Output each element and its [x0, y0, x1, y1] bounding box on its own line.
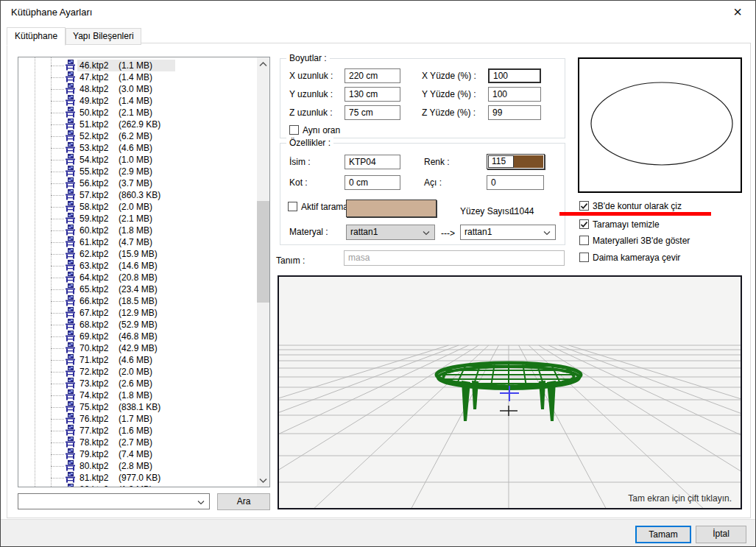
chair-icon	[65, 177, 76, 188]
tanim-label: Tanım :	[276, 255, 305, 266]
library-item[interactable]: 66.ktp2(18.5 MB)	[18, 295, 258, 307]
chair-icon	[65, 448, 76, 459]
library-item[interactable]: 82.ktp2(1.3 MB)	[18, 484, 258, 487]
scroll-down-icon[interactable]	[257, 474, 269, 487]
library-item[interactable]: 71.ktp2(4.6 MB)	[18, 354, 258, 366]
file-name: 60.ktp2	[80, 225, 108, 236]
kot-field[interactable]: 0 cm	[345, 175, 400, 190]
scrollbar[interactable]	[257, 57, 269, 487]
z-percent-field[interactable]: 99	[488, 105, 541, 120]
tree-connector	[51, 348, 64, 349]
renk-control[interactable]: 115	[487, 154, 545, 169]
library-item[interactable]: 61.ktp2(4.7 MB)	[18, 236, 258, 248]
library-item[interactable]: 79.ktp2(7.4 MB)	[18, 448, 258, 460]
library-item[interactable]: 74.ktp2(1.8 MB)	[18, 389, 258, 401]
chair-icon	[65, 413, 76, 424]
tab-kutuphane[interactable]: Kütüphane	[7, 27, 66, 46]
materyal-target-combobox[interactable]: rattan1	[460, 225, 556, 240]
option-checkbox[interactable]	[579, 201, 589, 211]
scrollbar-thumb[interactable]	[257, 201, 269, 303]
library-item[interactable]: 47.ktp2(1.4 MB)	[18, 71, 258, 83]
tarama-color-swatch[interactable]	[346, 200, 437, 217]
library-item[interactable]: 75.ktp2(838.1 KB)	[18, 401, 258, 413]
library-item[interactable]: 56.ktp2(3.7 MB)	[18, 177, 258, 189]
library-item[interactable]: 60.ktp2(1.8 MB)	[18, 225, 258, 236]
chair-icon	[65, 307, 76, 318]
library-item[interactable]: 59.ktp2(2.1 MB)	[18, 213, 258, 225]
y-percent-label: Y Yüzde (%) :	[422, 89, 476, 99]
option-checkbox[interactable]	[579, 219, 589, 229]
file-size: (3.7 MB)	[119, 178, 152, 188]
ok-button[interactable]: Tamam	[635, 526, 691, 543]
tanim-field[interactable]: masa	[344, 250, 565, 266]
search-button[interactable]: Ara	[217, 493, 270, 510]
library-item[interactable]: 69.ktp2(46.8 MB)	[18, 331, 258, 342]
z-length-field[interactable]: 75 cm	[345, 105, 400, 120]
x-length-field[interactable]: 220 cm	[345, 68, 400, 83]
file-name: 77.ktp2	[80, 426, 108, 436]
chair-icon	[65, 83, 76, 94]
aktif-tarama-checkbox[interactable]	[288, 202, 297, 211]
library-file-tree[interactable]: 46.ktp2(1.1 MB)47.ktp2(1.4 MB)48.ktp2(3.…	[18, 57, 270, 487]
library-item[interactable]: 77.ktp2(1.6 MB)	[18, 425, 258, 437]
library-item[interactable]: 46.ktp2(1.1 MB)	[18, 60, 258, 71]
preview-3d[interactable]: Tam ekran için çift tıklayın.	[278, 275, 742, 509]
renk-number[interactable]: 115	[488, 155, 514, 168]
x-length-label: X uzunluk :	[289, 71, 333, 81]
materyal-source-combobox[interactable]: rattan1	[346, 225, 435, 240]
isim-field[interactable]: KTP04	[345, 155, 400, 169]
library-item[interactable]: 73.ktp2(2.6 MB)	[18, 378, 258, 389]
renk-color-swatch[interactable]	[514, 155, 543, 168]
file-name: 63.ktp2	[80, 261, 108, 271]
library-item[interactable]: 64.ktp2(20.8 MB)	[18, 272, 258, 283]
library-item[interactable]: 48.ktp2(3.0 MB)	[18, 83, 258, 95]
library-item[interactable]: 63.ktp2(14.6 MB)	[18, 260, 258, 272]
ayni-oran-checkbox[interactable]	[289, 125, 299, 135]
preview-2d[interactable]	[578, 57, 742, 193]
library-item[interactable]: 72.ktp2(2.0 MB)	[18, 366, 258, 378]
file-size: (12.9 MB)	[119, 308, 158, 318]
library-item[interactable]: 80.ktp2(2.8 MB)	[18, 460, 258, 472]
y-percent-field[interactable]: 100	[488, 87, 541, 102]
titlebar: Kütüphane Ayarları ×	[1, 1, 755, 23]
library-item[interactable]: 65.ktp2(23.4 MB)	[18, 283, 258, 295]
z-percent-label: Z Yüzde (%) :	[422, 107, 476, 118]
library-item[interactable]: 58.ktp2(2.0 MB)	[18, 201, 258, 213]
library-item[interactable]: 76.ktp2(1.7 MB)	[18, 413, 258, 425]
tree-connector	[51, 77, 64, 78]
aci-field[interactable]: 0	[487, 175, 544, 190]
library-item[interactable]: 81.ktp2(977.0 KB)	[18, 472, 258, 484]
library-item[interactable]: 62.ktp2(15.9 MB)	[18, 248, 258, 260]
library-item[interactable]: 52.ktp2(6.2 MB)	[18, 130, 258, 142]
file-size: (14.6 MB)	[119, 261, 158, 271]
x-percent-field[interactable]: 100	[488, 68, 541, 83]
tree-connector	[51, 124, 64, 125]
file-size: (6.2 MB)	[119, 131, 152, 141]
option-checkbox[interactable]	[579, 236, 589, 245]
tab-yapi-bilesenleri[interactable]: Yapı Bileşenleri	[66, 28, 141, 45]
library-item[interactable]: 54.ktp2(1.0 MB)	[18, 154, 258, 166]
chair-icon	[65, 425, 76, 436]
scroll-up-icon[interactable]	[257, 57, 269, 70]
library-item[interactable]: 78.ktp2(2.7 MB)	[18, 437, 258, 448]
cancel-button[interactable]: İptal	[696, 526, 746, 543]
library-item[interactable]: 68.ktp2(52.9 MB)	[18, 319, 258, 331]
library-item[interactable]: 50.ktp2(2.1 MB)	[18, 107, 258, 119]
y-length-field[interactable]: 130 cm	[345, 87, 400, 102]
file-name: 82.ktp2	[80, 484, 108, 487]
file-name: 47.ktp2	[80, 72, 108, 82]
file-size: (7.4 MB)	[119, 449, 152, 459]
tree-connector	[51, 431, 64, 431]
library-item[interactable]: 55.ktp2(2.9 MB)	[18, 166, 258, 177]
yuzey-sayisi-value: 11044	[510, 206, 534, 216]
library-item[interactable]: 67.ktp2(12.9 MB)	[18, 307, 258, 319]
library-item[interactable]: 70.ktp2(42.9 MB)	[18, 342, 258, 354]
library-item[interactable]: 53.ktp2(4.6 MB)	[18, 142, 258, 154]
library-item[interactable]: 57.ktp2(860.3 KB)	[18, 189, 258, 201]
library-item[interactable]: 51.ktp2(262.9 KB)	[18, 119, 258, 130]
search-combobox[interactable]	[18, 493, 210, 509]
library-item[interactable]: 49.ktp2(1.4 MB)	[18, 95, 258, 107]
file-size: (1.8 MB)	[119, 225, 152, 236]
close-icon[interactable]: ×	[727, 2, 748, 21]
option-checkbox[interactable]	[579, 253, 589, 262]
